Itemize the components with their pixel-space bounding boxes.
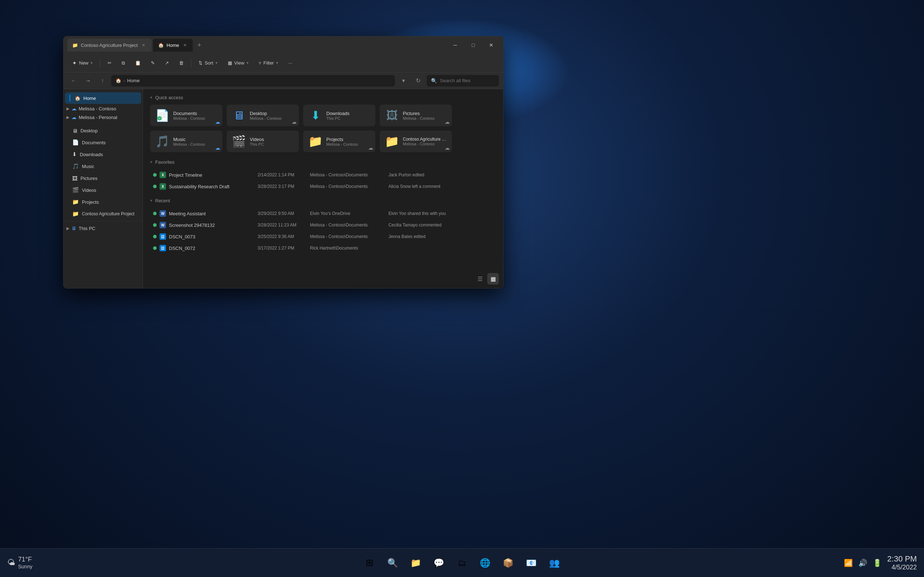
taskbar-clock[interactable]: 2:30 PM 4/5/2022 [887, 554, 917, 571]
folder-card-projects[interactable]: 📁 Projects Melissa - Contoso ☁ [303, 131, 375, 152]
folder-card-desktop[interactable]: 🖥 Desktop Melissa - Contoso ☁ [227, 105, 299, 126]
folder-card-documents[interactable]: 📄 ✓ Documents Melissa - Contoso ☁ [150, 105, 222, 126]
app1-button[interactable]: 📦 [498, 553, 518, 573]
sort-button[interactable]: ⇅ Sort ▾ [194, 56, 222, 69]
file-explorer-window: 📁 Contoso Agriculture Project ✕ 🏠 Home ✕… [63, 36, 504, 288]
sidebar-downloads-label: Downloads [80, 152, 103, 157]
favorites-header[interactable]: ▾ Favorites [150, 160, 496, 165]
folder-card-pictures[interactable]: 🖼 Pictures Melissa - Contoso ☁ [380, 105, 452, 126]
folder-name-projects: Projects [326, 137, 370, 142]
app1-icon: 📦 [503, 558, 514, 568]
grid-view-button[interactable]: ▦ [487, 273, 499, 285]
weather-temp: 71°F [18, 556, 32, 564]
file-date-sustainability: 3/28/2022 3:17 PM [258, 184, 310, 189]
sidebar-item-documents[interactable]: 📄 Documents 📌 [65, 137, 141, 148]
taskbar-weather[interactable]: 🌤 71°F Sunny [7, 556, 32, 569]
path-dropdown[interactable]: ▾ [398, 75, 409, 87]
sidebar-contoso-label: Melissa - Contoso [79, 106, 116, 111]
sidebar-contoso-header[interactable]: ▶ ☁ Melissa - Contoso [63, 104, 142, 113]
list-view-button[interactable]: ☰ [474, 273, 486, 285]
minimize-button[interactable]: ─ [447, 39, 464, 51]
tab-home[interactable]: 🏠 Home ✕ [153, 39, 193, 52]
recent-row-dscn0072[interactable]: 🖼 DSCN_0072 3/17/2022 1:27 PM Rick Hartn… [150, 242, 496, 254]
search-button[interactable]: 🔍 [383, 553, 402, 573]
share-button[interactable]: ↗ [161, 56, 173, 69]
search-input[interactable] [440, 78, 494, 83]
start-button[interactable]: ⊞ [360, 553, 380, 573]
folder-sub-desktop: Melissa - Contoso [250, 116, 294, 121]
search-box[interactable]: 🔍 [426, 75, 499, 87]
folder-card-music[interactable]: 🎵 Music Melissa - Contoso ☁ [150, 131, 222, 152]
file-activity-dscn0073: Jenna Bates edited [388, 234, 493, 239]
delete-button[interactable]: 🗑 [175, 56, 188, 69]
favorite-row-sustainability[interactable]: X Sustainability Research Draft 3/28/202… [150, 181, 496, 192]
teams-button[interactable]: 👥 [544, 553, 564, 573]
sidebar-item-music[interactable]: 🎵 Music 📌 [65, 161, 141, 172]
sidebar: 🏠 Home ▶ ☁ Melissa - Contoso ▶ ☁ Melissa… [63, 89, 143, 288]
folder-card-contoso-agri[interactable]: 📁 Contoso Agriculture Project Melissa - … [380, 131, 452, 152]
file-label-screenshot: Screenshot 29478132 [169, 222, 215, 228]
new-button[interactable]: ✦ New ▾ [68, 56, 97, 69]
sidebar-item-projects[interactable]: 📁 Projects 📌 [65, 196, 141, 208]
favorite-row-project-timeline[interactable]: X Project Timeline 2/14/2022 1:14 PM Mel… [150, 169, 496, 181]
up-button[interactable]: ↑ [97, 75, 108, 87]
file-name-sustainability: X Sustainability Research Draft [153, 183, 258, 190]
file-label-project-timeline: Project Timeline [169, 172, 202, 178]
edge-button[interactable]: 🌐 [475, 553, 495, 573]
sidebar-item-desktop[interactable]: 🖥 Desktop 📌 [65, 125, 141, 136]
home-accent [69, 95, 70, 102]
outlook-button[interactable]: 📧 [522, 553, 541, 573]
back-button[interactable]: ← [68, 75, 79, 87]
view-chevron: ▾ [247, 61, 249, 65]
sidebar-item-home[interactable]: 🏠 Home [65, 92, 141, 104]
chat-icon: 💬 [433, 558, 444, 568]
sidebar-item-contoso-project[interactable]: 📁 Contoso Agriculture Project [65, 208, 141, 220]
cut-button[interactable]: ✂ [103, 56, 116, 69]
status-dot-r1 [153, 223, 157, 227]
maximize-button[interactable]: □ [465, 39, 481, 51]
view-button[interactable]: ▦ View ▾ [223, 56, 253, 69]
recent-header[interactable]: ▾ Recent [150, 198, 496, 203]
new-tab-button[interactable]: + [194, 40, 204, 50]
sidebar-item-downloads[interactable]: ⬇ Downloads 📌 [65, 148, 141, 160]
chat-button[interactable]: 💬 [429, 553, 449, 573]
sidebar-this-pc-header[interactable]: ▶ 🖥 This PC [63, 224, 142, 233]
folder-icon-projects: 📁 [308, 134, 323, 148]
close-button[interactable]: ✕ [483, 39, 499, 51]
file-name-dscn0072: 🖼 DSCN_0072 [153, 245, 258, 251]
sidebar-contoso-project-label: Contoso Agriculture Project [82, 211, 134, 216]
filter-button[interactable]: ▿ Filter ▾ [254, 56, 283, 69]
file-activity-screenshot: Cecilia Tamayo commented [388, 222, 493, 227]
folder-card-videos[interactable]: 🎬 Videos This PC [227, 131, 299, 152]
sidebar-personal-header[interactable]: ▶ ☁ Melissa - Personal [63, 113, 142, 121]
recent-row-dscn0073[interactable]: 🖼 DSCN_0073 3/25/2022 9:36 AM Melissa - … [150, 231, 496, 242]
recent-row-screenshot[interactable]: W Screenshot 29478132 3/28/2022 11:23 AM… [150, 219, 496, 231]
tab-contoso[interactable]: 📁 Contoso Agriculture Project ✕ [67, 39, 152, 52]
rename-button[interactable]: ✎ [147, 56, 159, 69]
folder-name-videos: Videos [250, 137, 294, 142]
recent-row-meeting-assistant[interactable]: W Meeting Assistant 3/29/2022 9:50 AM El… [150, 208, 496, 219]
more-button[interactable]: ··· [284, 56, 297, 69]
folder-icon-documents: 📄 ✓ [155, 108, 170, 122]
tab-contoso-close[interactable]: ✕ [141, 42, 147, 48]
address-path[interactable]: 🏠 › Home [111, 75, 395, 87]
folder-card-downloads[interactable]: ⬇ Downloads This PC [303, 105, 375, 126]
sidebar-item-videos[interactable]: 🎬 Videos 📌 [65, 184, 141, 196]
tab-home-close[interactable]: ✕ [182, 42, 188, 48]
folder-sub-projects: Melissa - Contoso [326, 142, 370, 147]
quick-access-header[interactable]: ▾ Quick access [150, 95, 496, 100]
forward-button[interactable]: → [82, 75, 94, 87]
sidebar-item-pictures[interactable]: 🖼 Pictures 📌 [65, 172, 141, 184]
copy-button[interactable]: ⧉ [117, 56, 129, 69]
sort-icon: ⇅ [199, 60, 202, 66]
folder2-taskbar[interactable]: 🗂 [452, 553, 472, 573]
taskbar-left: 🌤 71°F Sunny [7, 556, 32, 569]
edge-icon: 🌐 [480, 558, 491, 568]
file-explorer-taskbar[interactable]: 📁 [406, 553, 426, 573]
folder-icon-downloads: ⬇ [308, 108, 323, 122]
home-icon: 🏠 [75, 95, 81, 101]
battery-icon: 🔋 [873, 559, 882, 567]
refresh-button[interactable]: ↻ [412, 75, 424, 87]
paste-button[interactable]: 📋 [131, 56, 145, 69]
taskbar: 🌤 71°F Sunny ⊞ 🔍 📁 💬 🗂 🌐 📦 � [0, 548, 924, 577]
